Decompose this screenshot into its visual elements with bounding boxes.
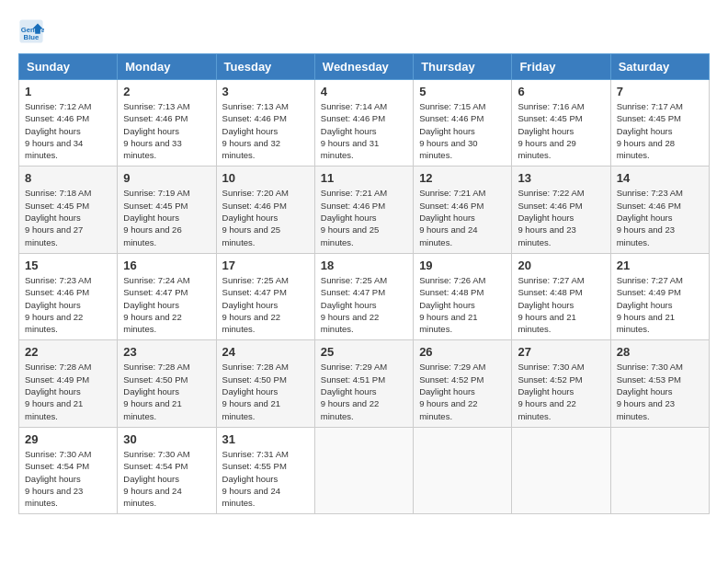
day-info: Sunrise: 7:23 AM Sunset: 4:46 PM Dayligh… — [25, 274, 111, 335]
day-number: 29 — [25, 432, 111, 446]
day-info: Sunrise: 7:12 AM Sunset: 4:46 PM Dayligh… — [25, 100, 111, 161]
day-number: 17 — [222, 259, 309, 272]
calendar-cell: 4 Sunrise: 7:14 AM Sunset: 4:46 PM Dayli… — [314, 80, 413, 167]
day-number: 31 — [222, 432, 309, 446]
day-number: 6 — [518, 85, 604, 98]
calendar-cell: 9 Sunrise: 7:19 AM Sunset: 4:45 PM Dayli… — [118, 167, 216, 253]
day-number: 16 — [123, 259, 210, 272]
day-info: Sunrise: 7:25 AM Sunset: 4:47 PM Dayligh… — [222, 274, 309, 335]
day-number: 20 — [518, 259, 604, 272]
day-info: Sunrise: 7:25 AM Sunset: 4:47 PM Dayligh… — [321, 274, 407, 335]
column-header-thursday: Thursday — [414, 54, 512, 80]
day-info: Sunrise: 7:28 AM Sunset: 4:50 PM Dayligh… — [222, 361, 309, 421]
day-info: Sunrise: 7:30 AM Sunset: 4:53 PM Dayligh… — [617, 361, 703, 421]
calendar-cell: 16 Sunrise: 7:24 AM Sunset: 4:47 PM Dayl… — [118, 253, 216, 339]
day-number: 26 — [419, 345, 506, 359]
day-info: Sunrise: 7:30 AM Sunset: 4:52 PM Dayligh… — [518, 361, 604, 421]
day-info: Sunrise: 7:27 AM Sunset: 4:48 PM Dayligh… — [518, 274, 604, 335]
logo-icon: General Blue — [18, 18, 44, 44]
calendar-cell: 29 Sunrise: 7:30 AM Sunset: 4:54 PM Dayl… — [19, 427, 118, 513]
day-info: Sunrise: 7:21 AM Sunset: 4:46 PM Dayligh… — [321, 187, 407, 247]
calendar-cell: 14 Sunrise: 7:23 AM Sunset: 4:46 PM Dayl… — [610, 167, 709, 253]
calendar-cell: 15 Sunrise: 7:23 AM Sunset: 4:46 PM Dayl… — [19, 253, 118, 339]
day-info: Sunrise: 7:13 AM Sunset: 4:46 PM Dayligh… — [123, 100, 210, 161]
day-number: 10 — [222, 171, 309, 185]
day-info: Sunrise: 7:15 AM Sunset: 4:46 PM Dayligh… — [419, 100, 506, 161]
calendar-cell: 13 Sunrise: 7:22 AM Sunset: 4:46 PM Dayl… — [512, 167, 610, 253]
calendar-cell: 5 Sunrise: 7:15 AM Sunset: 4:46 PM Dayli… — [414, 80, 512, 167]
calendar-cell: 27 Sunrise: 7:30 AM Sunset: 4:52 PM Dayl… — [512, 340, 610, 427]
day-info: Sunrise: 7:29 AM Sunset: 4:51 PM Dayligh… — [321, 361, 407, 421]
day-number: 7 — [617, 85, 703, 98]
column-header-tuesday: Tuesday — [216, 54, 314, 80]
day-info: Sunrise: 7:29 AM Sunset: 4:52 PM Dayligh… — [419, 361, 506, 421]
column-header-friday: Friday — [512, 54, 610, 80]
day-number: 4 — [321, 85, 407, 98]
day-number: 22 — [25, 345, 111, 359]
day-number: 8 — [25, 171, 111, 185]
day-number: 27 — [518, 345, 604, 359]
calendar-cell: 1 Sunrise: 7:12 AM Sunset: 4:46 PM Dayli… — [19, 80, 118, 167]
calendar-cell — [314, 427, 413, 513]
calendar-cell — [414, 427, 512, 513]
day-number: 24 — [222, 345, 309, 359]
calendar-cell: 20 Sunrise: 7:27 AM Sunset: 4:48 PM Dayl… — [512, 253, 610, 339]
day-number: 11 — [321, 171, 407, 185]
day-info: Sunrise: 7:20 AM Sunset: 4:46 PM Dayligh… — [222, 187, 309, 247]
day-info: Sunrise: 7:14 AM Sunset: 4:46 PM Dayligh… — [321, 100, 407, 161]
logo: General Blue — [18, 18, 48, 44]
calendar-cell: 8 Sunrise: 7:18 AM Sunset: 4:45 PM Dayli… — [19, 167, 118, 253]
day-info: Sunrise: 7:18 AM Sunset: 4:45 PM Dayligh… — [25, 187, 111, 247]
day-number: 12 — [419, 171, 506, 185]
day-info: Sunrise: 7:19 AM Sunset: 4:45 PM Dayligh… — [123, 187, 210, 247]
calendar-table: SundayMondayTuesdayWednesdayThursdayFrid… — [18, 53, 710, 514]
day-info: Sunrise: 7:16 AM Sunset: 4:45 PM Dayligh… — [518, 100, 604, 161]
calendar-cell: 11 Sunrise: 7:21 AM Sunset: 4:46 PM Dayl… — [314, 167, 413, 253]
day-number: 18 — [321, 259, 407, 272]
day-info: Sunrise: 7:31 AM Sunset: 4:55 PM Dayligh… — [222, 448, 309, 509]
svg-text:Blue: Blue — [24, 33, 40, 41]
day-info: Sunrise: 7:30 AM Sunset: 4:54 PM Dayligh… — [25, 448, 111, 509]
day-info: Sunrise: 7:26 AM Sunset: 4:48 PM Dayligh… — [419, 274, 506, 335]
day-info: Sunrise: 7:13 AM Sunset: 4:46 PM Dayligh… — [222, 100, 309, 161]
week-row-2: 8 Sunrise: 7:18 AM Sunset: 4:45 PM Dayli… — [19, 167, 710, 253]
day-number: 25 — [321, 345, 407, 359]
calendar-cell: 10 Sunrise: 7:20 AM Sunset: 4:46 PM Dayl… — [216, 167, 314, 253]
day-number: 1 — [25, 85, 111, 98]
column-header-sunday: Sunday — [19, 54, 118, 80]
day-info: Sunrise: 7:22 AM Sunset: 4:46 PM Dayligh… — [518, 187, 604, 247]
calendar-cell: 3 Sunrise: 7:13 AM Sunset: 4:46 PM Dayli… — [216, 80, 314, 167]
column-header-monday: Monday — [118, 54, 216, 80]
day-number: 3 — [222, 85, 309, 98]
week-row-4: 22 Sunrise: 7:28 AM Sunset: 4:49 PM Dayl… — [19, 340, 710, 427]
day-number: 23 — [123, 345, 210, 359]
day-info: Sunrise: 7:27 AM Sunset: 4:49 PM Dayligh… — [617, 274, 703, 335]
day-info: Sunrise: 7:28 AM Sunset: 4:50 PM Dayligh… — [123, 361, 210, 421]
calendar-cell: 7 Sunrise: 7:17 AM Sunset: 4:45 PM Dayli… — [610, 80, 709, 167]
calendar-cell: 25 Sunrise: 7:29 AM Sunset: 4:51 PM Dayl… — [314, 340, 413, 427]
day-number: 5 — [419, 85, 506, 98]
column-header-wednesday: Wednesday — [314, 54, 413, 80]
calendar-cell: 30 Sunrise: 7:30 AM Sunset: 4:54 PM Dayl… — [118, 427, 216, 513]
calendar-cell: 21 Sunrise: 7:27 AM Sunset: 4:49 PM Dayl… — [610, 253, 709, 339]
calendar-cell: 2 Sunrise: 7:13 AM Sunset: 4:46 PM Dayli… — [118, 80, 216, 167]
calendar-cell: 12 Sunrise: 7:21 AM Sunset: 4:46 PM Dayl… — [414, 167, 512, 253]
calendar-cell: 26 Sunrise: 7:29 AM Sunset: 4:52 PM Dayl… — [414, 340, 512, 427]
day-number: 28 — [617, 345, 703, 359]
day-number: 2 — [123, 85, 210, 98]
calendar-cell: 17 Sunrise: 7:25 AM Sunset: 4:47 PM Dayl… — [216, 253, 314, 339]
week-row-5: 29 Sunrise: 7:30 AM Sunset: 4:54 PM Dayl… — [19, 427, 710, 513]
calendar-cell: 22 Sunrise: 7:28 AM Sunset: 4:49 PM Dayl… — [19, 340, 118, 427]
week-row-1: 1 Sunrise: 7:12 AM Sunset: 4:46 PM Dayli… — [19, 80, 710, 167]
calendar-cell — [512, 427, 610, 513]
day-info: Sunrise: 7:24 AM Sunset: 4:47 PM Dayligh… — [123, 274, 210, 335]
calendar-cell: 6 Sunrise: 7:16 AM Sunset: 4:45 PM Dayli… — [512, 80, 610, 167]
calendar-cell: 23 Sunrise: 7:28 AM Sunset: 4:50 PM Dayl… — [118, 340, 216, 427]
calendar-cell: 19 Sunrise: 7:26 AM Sunset: 4:48 PM Dayl… — [414, 253, 512, 339]
column-header-saturday: Saturday — [610, 54, 709, 80]
day-info: Sunrise: 7:21 AM Sunset: 4:46 PM Dayligh… — [419, 187, 506, 247]
week-row-3: 15 Sunrise: 7:23 AM Sunset: 4:46 PM Dayl… — [19, 253, 710, 339]
day-number: 30 — [123, 432, 210, 446]
day-number: 19 — [419, 259, 506, 272]
day-number: 14 — [617, 171, 703, 185]
